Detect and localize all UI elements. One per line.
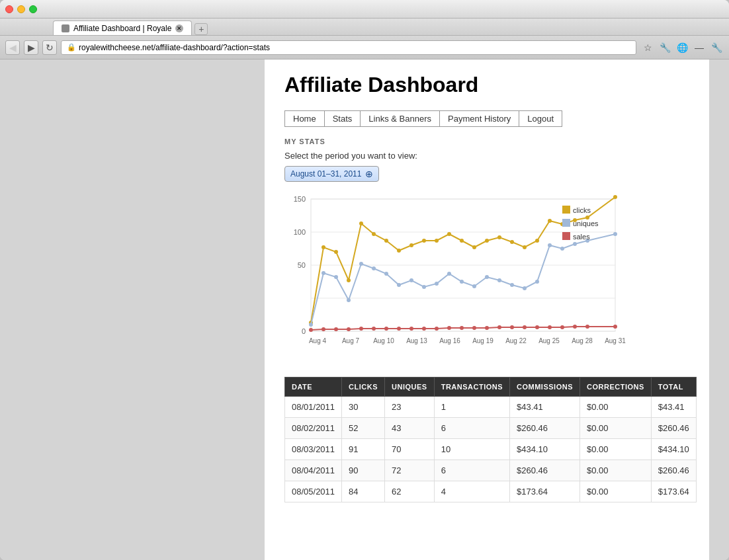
cell-transactions: 1: [434, 397, 509, 418]
table-row: 08/01/201130231$43.41$0.00$43.41: [285, 397, 697, 418]
svg-point-63: [372, 327, 376, 331]
url-bar[interactable]: 🔒 royalewithcheese.net/affiliate-dashboa…: [61, 40, 636, 55]
tab-links-banners[interactable]: Links & Banners: [361, 110, 440, 127]
cell-total: $260.46: [651, 460, 696, 481]
svg-point-45: [447, 272, 451, 276]
svg-point-27: [523, 245, 527, 249]
svg-point-79: [573, 325, 577, 329]
cell-date: 08/05/2011: [285, 481, 342, 502]
table-row: 08/02/201152436$260.46$0.00$260.46: [285, 418, 697, 439]
svg-point-57: [613, 232, 617, 236]
col-date: DATE: [285, 378, 342, 397]
cell-corrections: $0.00: [580, 439, 652, 460]
cell-clicks: 91: [342, 439, 385, 460]
cell-commissions: $260.46: [510, 460, 580, 481]
svg-text:Aug 19: Aug 19: [472, 337, 493, 344]
svg-point-24: [485, 239, 489, 243]
svg-point-48: [485, 275, 489, 279]
svg-point-36: [334, 275, 338, 279]
period-dropdown[interactable]: August 01–31, 2011 ⊕: [284, 166, 379, 182]
svg-point-38: [359, 262, 363, 266]
back-button[interactable]: ◀: [5, 40, 20, 55]
tab-logout[interactable]: Logout: [519, 110, 562, 127]
svg-point-66: [409, 327, 413, 331]
svg-text:Aug 16: Aug 16: [439, 337, 460, 344]
cell-commissions: $260.46: [510, 418, 580, 439]
cell-commissions: $434.10: [510, 439, 580, 460]
new-tab-button[interactable]: +: [194, 23, 208, 35]
svg-text:Aug 10: Aug 10: [373, 337, 394, 344]
svg-point-51: [523, 286, 527, 290]
refresh-button[interactable]: ↻: [42, 40, 57, 55]
table-row: 08/05/201184624$173.64$0.00$173.64: [285, 481, 697, 502]
cell-date: 08/03/2011: [285, 439, 342, 460]
svg-point-58: [309, 328, 313, 332]
tab-home[interactable]: Home: [284, 110, 325, 127]
svg-point-29: [548, 219, 552, 223]
period-prompt: Select the period you want to view:: [284, 151, 689, 161]
svg-point-20: [435, 239, 439, 243]
cell-corrections: $0.00: [580, 397, 652, 418]
col-commissions: COMMISSIONS: [510, 378, 580, 397]
svg-text:sales: sales: [573, 233, 590, 241]
svg-point-22: [460, 239, 464, 243]
menu-icon[interactable]: —: [692, 40, 707, 55]
close-button[interactable]: [5, 5, 13, 13]
svg-point-15: [372, 232, 376, 236]
svg-point-50: [510, 283, 514, 287]
svg-text:clicks: clicks: [573, 206, 591, 214]
svg-point-55: [573, 242, 577, 246]
forward-button[interactable]: ▶: [24, 40, 38, 55]
left-margin: [0, 60, 132, 560]
svg-point-71: [472, 326, 476, 330]
right-margin: [709, 60, 729, 560]
extension-icon-2[interactable]: 🌐: [675, 40, 689, 55]
tab-favicon: [62, 24, 69, 32]
cell-transactions: 6: [434, 418, 509, 439]
col-transactions: TRANSACTIONS: [434, 378, 509, 397]
active-tab[interactable]: Affiliate Dashboard | Royale ✕: [53, 20, 192, 35]
cell-uniques: 70: [385, 439, 435, 460]
extension-icon-1[interactable]: 🔧: [658, 40, 672, 55]
svg-point-46: [460, 280, 464, 284]
browser-window: Affiliate Dashboard | Royale ✕ + ◀ ▶ ↻ 🔒…: [0, 0, 729, 560]
tab-payment-history[interactable]: Payment History: [440, 110, 519, 127]
cell-uniques: 72: [385, 460, 435, 481]
settings-icon[interactable]: 🔧: [709, 40, 724, 55]
svg-point-69: [447, 326, 451, 330]
svg-point-73: [497, 325, 501, 329]
cell-clicks: 52: [342, 418, 385, 439]
svg-point-12: [334, 250, 338, 254]
svg-point-14: [359, 221, 363, 225]
stats-chart: 150 100 50 0: [284, 192, 628, 364]
svg-text:Aug 13: Aug 13: [406, 337, 427, 344]
svg-point-43: [422, 285, 426, 289]
tab-label: Affiliate Dashboard | Royale: [73, 24, 171, 33]
col-uniques: UNIQUES: [385, 378, 435, 397]
svg-point-39: [372, 266, 376, 270]
cell-corrections: $0.00: [580, 481, 652, 502]
svg-point-62: [359, 327, 363, 331]
svg-point-33: [613, 195, 617, 199]
svg-point-52: [535, 280, 539, 284]
col-clicks: CLICKS: [342, 378, 385, 397]
svg-point-34: [309, 323, 313, 327]
svg-point-60: [334, 327, 338, 331]
cell-date: 08/01/2011: [285, 397, 342, 418]
tab-stats[interactable]: Stats: [325, 110, 361, 127]
svg-point-61: [347, 327, 351, 331]
svg-point-28: [535, 239, 539, 243]
svg-point-16: [384, 239, 388, 243]
maximize-button[interactable]: [29, 5, 37, 13]
svg-rect-94: [562, 219, 570, 227]
svg-text:0: 0: [302, 327, 306, 335]
cell-date: 08/04/2011: [285, 460, 342, 481]
tab-close-button[interactable]: ✕: [175, 24, 183, 32]
page-content: Affiliate Dashboard Home Stats Links & B…: [0, 60, 729, 560]
svg-text:Aug 4: Aug 4: [309, 337, 327, 344]
svg-point-21: [447, 232, 451, 236]
bookmark-icon[interactable]: ☆: [640, 40, 655, 55]
cell-transactions: 4: [434, 481, 509, 502]
minimize-button[interactable]: [17, 5, 25, 13]
svg-point-17: [397, 249, 401, 253]
